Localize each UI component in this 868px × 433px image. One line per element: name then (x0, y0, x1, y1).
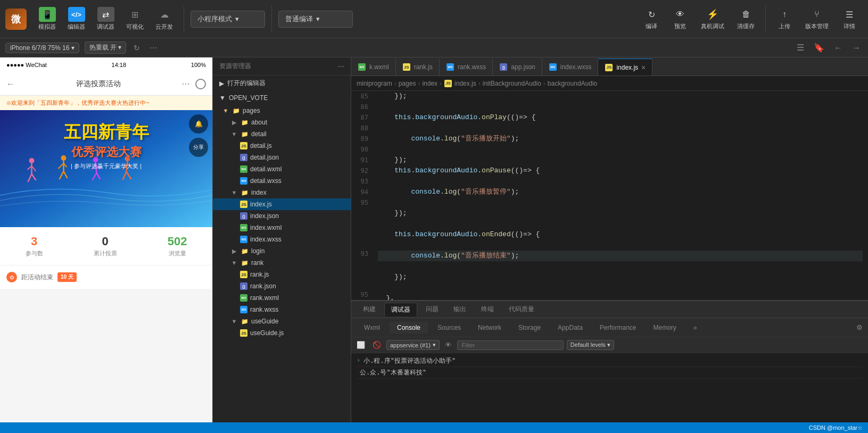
tab-close-icon[interactable]: × (641, 63, 646, 72)
folder-index[interactable]: ▼ 📁 index (213, 187, 351, 198)
file-rank-js[interactable]: JS rank.js (213, 269, 351, 280)
devtools-settings-icon[interactable]: ⚙ (856, 323, 863, 331)
default-levels-dropdown[interactable]: Default levels ▾ (567, 340, 614, 350)
tab-code-quality[interactable]: 代码质量 (502, 303, 541, 316)
stat-votes: 0 累计投票 (94, 235, 117, 257)
hot-reload-toggle[interactable]: 热重载 开 ▾ (85, 41, 127, 54)
folder-detail[interactable]: ▼ 📁 detail (213, 128, 351, 140)
tab-kwxml[interactable]: WX k.wxml (351, 59, 396, 76)
devtools-memory[interactable]: Memory (646, 322, 684, 334)
real-debug-button[interactable]: ⚡ 真机调试 (696, 5, 730, 32)
folder-useguide[interactable]: ▼ 📁 useGuide (213, 315, 351, 327)
refresh-icon[interactable]: ↻ (131, 43, 142, 53)
version-button[interactable]: ⑂ 版本管理 (800, 5, 834, 32)
tab-issues[interactable]: 问题 (419, 303, 445, 316)
folder-rank[interactable]: ▼ 📁 rank (213, 257, 351, 269)
debugger-label: 调试器 (97, 23, 114, 31)
tab-build[interactable]: 构建 (357, 303, 382, 316)
folder-about[interactable]: ▶ 📁 about (213, 116, 351, 128)
folder-icon: ▼ (221, 106, 230, 115)
visual-button[interactable]: ⊞ 可视化 (122, 5, 148, 33)
about-folder-icon: 📁 (241, 118, 249, 127)
tab-rankjs[interactable]: JS rank.js (396, 59, 440, 76)
file-index-wxss[interactable]: WS index.wxss (213, 234, 351, 245)
file-rank-wxml[interactable]: WX rank.wxml (213, 292, 351, 304)
clear-cache-button[interactable]: 🗑 清缓存 (732, 5, 760, 32)
devtools-appdata[interactable]: AppData (550, 322, 590, 334)
pages-folder-icon: 📁 (232, 106, 241, 115)
nav-record (195, 79, 206, 89)
appservice-select[interactable]: appservice (#1) ▾ (386, 340, 440, 350)
back-icon[interactable]: ← (832, 42, 845, 54)
bottom-panel: 构建 调试器 问题 输出 终端 代码质量 Wxml Console Source… (351, 300, 868, 422)
code-lines[interactable]: }); this.backgroundAudio.onPlay(()=> { c… (373, 91, 868, 300)
clear-cache-icon: 🗑 (738, 7, 754, 21)
tab-rankwxss-label: rank.wxss (458, 63, 486, 71)
nav-more[interactable]: ⋯ (181, 79, 190, 89)
main-content: ●●●●● WeChat 14:18 100% ← 评选投票活动 ⋯ ⊙欢迎来到… (0, 57, 868, 422)
phone-content: ⊙欢迎来到「五四新青年」，优秀评选大赛火热进行中~ (0, 96, 212, 422)
rankjs-tab-icon: JS (402, 63, 411, 71)
index-wxss-icon: WS (239, 235, 248, 244)
tab-debugger[interactable]: 调试器 (384, 303, 417, 317)
code-line-93b-empty (378, 240, 863, 251)
tab-terminal[interactable]: 终端 (475, 303, 500, 316)
bookmark-icon[interactable]: 🔖 (812, 41, 826, 54)
more-options-icon[interactable]: ⋯ (147, 43, 159, 53)
compile-button[interactable]: ↻ 编译 (638, 5, 665, 32)
file-detail-wxml[interactable]: WX detail.wxml (213, 163, 351, 175)
share-button[interactable]: 🔔 (189, 114, 208, 134)
file-useguide-js[interactable]: JS useGuide.js (213, 327, 351, 339)
no-entry-icon[interactable]: 🚫 (370, 340, 383, 350)
tab-indexwxss[interactable]: WS index.wxss (542, 59, 599, 76)
views-label: 浏览量 (168, 249, 187, 257)
code-line-sep (378, 219, 863, 229)
upload-button[interactable]: ↑ 上传 (771, 5, 798, 32)
file-index-wxml[interactable]: WX index.wxml (213, 222, 351, 234)
simulator-button[interactable]: 📱 模拟器 (34, 5, 60, 33)
editor-button[interactable]: </> 编辑器 (63, 5, 89, 33)
file-more-icon[interactable]: ⋯ (338, 63, 344, 70)
tab-output[interactable]: 输出 (447, 303, 473, 316)
compile-dropdown[interactable]: 普通编译 ▾ (278, 11, 353, 28)
file-detail-js[interactable]: JS detail.js (213, 140, 351, 152)
tab-appjson[interactable]: {} app.json (493, 59, 542, 76)
pages-icon[interactable]: ☰ (795, 41, 806, 54)
file-detail-json[interactable]: {} detail.json (213, 152, 351, 163)
preview-button[interactable]: 👁 预览 (667, 5, 693, 32)
dropdown-arrow: ▾ (235, 15, 239, 23)
devtools-network[interactable]: Network (470, 322, 509, 334)
devtools-sources[interactable]: Sources (430, 322, 468, 334)
forward-icon[interactable]: → (850, 42, 863, 54)
svg-point-1 (29, 158, 35, 163)
file-detail-wxss[interactable]: WS detail.wxss (213, 175, 351, 187)
code-line-end1: }); (378, 208, 863, 219)
tab-indexjs[interactable]: JS index.js × (598, 59, 652, 76)
eye-icon[interactable]: 👁 (443, 340, 454, 350)
file-rank-json[interactable]: {} rank.json (213, 280, 351, 292)
filter-input[interactable] (457, 340, 564, 350)
participants-label: 参与数 (26, 249, 43, 257)
tab-rankwxss[interactable]: WS rank.wxss (440, 59, 493, 76)
share-circle-button[interactable]: 分享 (189, 138, 208, 157)
open-vote-section[interactable]: ▼ OPEN_VOTE (213, 91, 351, 105)
app-logo: 微 (5, 9, 27, 30)
file-index-js[interactable]: JS index.js (213, 198, 351, 210)
devtools-storage[interactable]: Storage (511, 322, 548, 334)
mode-dropdown[interactable]: 小程序模式 ▾ (191, 11, 265, 28)
devtools-console[interactable]: Console (390, 322, 428, 334)
folder-pages[interactable]: ▼ 📁 pages (213, 105, 351, 116)
toolbar-right-group: ↻ 编译 👁 预览 ⚡ 真机调试 🗑 清缓存 ↑ 上传 ⑂ 版本管理 ☰ 详情 (638, 5, 863, 32)
details-button[interactable]: ☰ 详情 (836, 5, 863, 32)
debugger-button[interactable]: ⇄ 调试器 (93, 5, 119, 33)
devtools-more[interactable]: » (686, 322, 705, 334)
cloud-button[interactable]: ☁ 云开发 (151, 5, 177, 33)
devtools-wxml[interactable]: Wxml (357, 322, 387, 334)
devtools-performance[interactable]: Performance (592, 322, 644, 334)
file-rank-wxss[interactable]: WS rank.wxss (213, 304, 351, 315)
open-editors-section[interactable]: ▶ 打开的编辑器 (213, 76, 351, 91)
inspect-icon[interactable]: ⬜ (354, 340, 367, 350)
folder-login[interactable]: ▶ 📁 login (213, 245, 351, 257)
file-index-json[interactable]: {} index.json (213, 210, 351, 222)
device-select[interactable]: iPhone 6/7/8 75% 16 ▾ (5, 43, 79, 53)
